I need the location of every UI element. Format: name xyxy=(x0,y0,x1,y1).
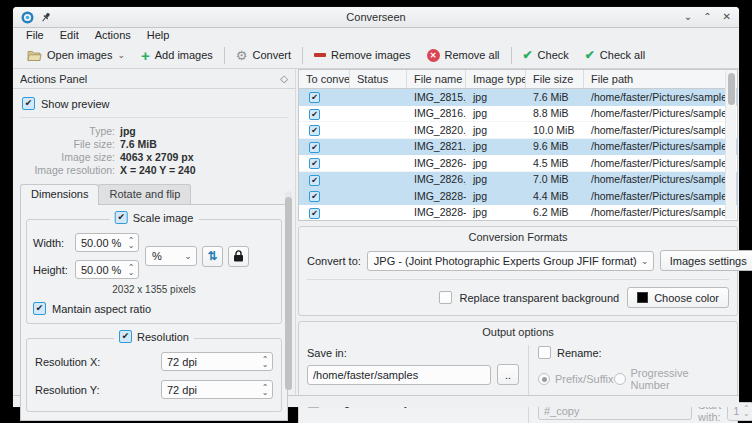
scale-image-label: Scale image xyxy=(133,212,194,224)
panel-scrollbar[interactable] xyxy=(285,191,292,389)
menu-file[interactable]: File xyxy=(18,28,52,42)
main-content: Actions Panel ◇ ✔ Show preview Type: jpg… xyxy=(13,69,739,395)
row-checkbox[interactable]: ✔ xyxy=(309,158,320,169)
resolution-checkbox[interactable]: ✔ xyxy=(119,330,132,343)
close-icon[interactable]: ✕ xyxy=(723,12,731,22)
scale-image-checkbox[interactable]: ✔ xyxy=(115,211,128,224)
col-file-name[interactable]: File name xyxy=(407,70,466,88)
table-scrollbar-thumb[interactable] xyxy=(728,73,735,105)
menu-actions[interactable]: Actions xyxy=(87,28,139,42)
replace-transparent-background-checkbox[interactable]: ✔ xyxy=(439,291,452,304)
lock-ratio-button[interactable] xyxy=(228,246,249,267)
show-preview-checkbox[interactable]: ✔ xyxy=(22,97,35,110)
show-preview-row: ✔ Show preview xyxy=(13,89,295,117)
maximize-icon[interactable]: ⌃ xyxy=(703,12,711,22)
col-to-convert[interactable]: To convert xyxy=(299,70,350,88)
row-checkbox[interactable]: ✔ xyxy=(309,125,320,136)
spin-arrows-icon[interactable]: ⌃⌄ xyxy=(124,238,138,248)
conversion-formats-title: Conversion Formats xyxy=(305,231,731,243)
add-images-button[interactable]: + Add images xyxy=(133,44,221,67)
row-checkbox[interactable]: ✔ xyxy=(309,109,320,120)
panel-scrollbar-thumb[interactable] xyxy=(285,197,292,390)
tab-rotate-and-flip[interactable]: Rotate and flip xyxy=(98,184,191,204)
actions-panel-title: Actions Panel xyxy=(20,73,87,85)
cell-file-path: /home/faster/Pictures/samples xyxy=(584,124,737,136)
tab-dimensions[interactable]: Dimensions xyxy=(20,184,99,204)
browse-button[interactable]: .. xyxy=(497,364,519,385)
table-row[interactable]: ✔ IMG_2816.jpg jpg 8.8 MiB /home/faster/… xyxy=(299,106,737,123)
convert-to-label: Convert to: xyxy=(307,255,361,267)
spin-arrows-icon[interactable]: ⌃⌄ xyxy=(258,357,272,367)
cell-file-path: /home/faster/Pictures/samples xyxy=(584,206,737,218)
cell-file-name: IMG_2826.jpg xyxy=(407,173,466,185)
table-row[interactable]: ✔ IMG_2821.jpg jpg 9.6 MiB /home/faster/… xyxy=(299,139,737,156)
pin-icon xyxy=(41,12,51,23)
col-file-path[interactable]: File path xyxy=(584,70,737,88)
remove-all-button[interactable]: ✕ Remove all xyxy=(419,44,508,67)
table-row[interactable]: ✔ IMG_2815.jpg jpg 7.6 MiB /home/faster/… xyxy=(299,89,737,106)
row-checkbox[interactable]: ✔ xyxy=(309,142,320,153)
choose-color-button[interactable]: Choose color xyxy=(627,287,729,308)
resolution-y-spinbox[interactable]: 72 dpi ⌃⌄ xyxy=(161,380,273,399)
col-image-type[interactable]: Image type xyxy=(466,70,526,88)
separator xyxy=(20,117,288,118)
col-status[interactable]: Status xyxy=(350,70,407,88)
height-value: 50.00 % xyxy=(76,264,124,276)
dock-float-icon[interactable]: ◇ xyxy=(280,73,288,84)
progressive-number-radio[interactable] xyxy=(614,373,626,385)
table-row[interactable]: ✔ IMG_2828-3.jpg jpg 6.2 MiB /home/faste… xyxy=(299,205,737,222)
prefix-suffix-radio[interactable] xyxy=(538,373,550,385)
table-scrollbar[interactable] xyxy=(725,71,736,219)
cell-file-name: IMG_2828-3.jpg xyxy=(407,206,466,218)
images-settings-button[interactable]: Images settings xyxy=(660,250,752,271)
cell-file-path: /home/faster/Pictures/samples xyxy=(584,157,737,169)
rename-checkbox[interactable]: ✔ xyxy=(538,346,551,359)
save-in-input[interactable] xyxy=(307,365,491,385)
height-label: Height: xyxy=(33,264,71,276)
type-value: jpg xyxy=(120,125,136,137)
spin-arrows-icon[interactable]: ⌃⌄ xyxy=(124,265,138,275)
cell-image-type: jpg xyxy=(466,157,526,169)
menubar: File Edit Actions Help xyxy=(13,28,739,42)
minus-icon xyxy=(314,53,326,57)
height-spinbox[interactable]: 50.00 % ⌃⌄ xyxy=(75,260,139,279)
swap-dimensions-button[interactable]: ⇅ xyxy=(202,246,223,267)
menu-edit[interactable]: Edit xyxy=(52,28,87,42)
chevron-down-icon: ⌄ xyxy=(180,251,196,261)
row-checkbox[interactable]: ✔ xyxy=(309,208,320,219)
converseen-window: Converseen ⌄ ⌃ ✕ File Edit Actions Help … xyxy=(13,7,739,407)
table-row[interactable]: ✔ IMG_2826.jpg jpg 7.0 MiB /home/faster/… xyxy=(299,172,737,189)
replace-transparent-background-label: Replace transparent background xyxy=(460,292,620,304)
cell-file-size: 6.2 MiB xyxy=(526,206,584,218)
spin-arrows-icon[interactable]: ⌃⌄ xyxy=(258,385,272,395)
resolution-x-spinbox[interactable]: 72 dpi ⌃⌄ xyxy=(161,352,273,371)
table-row[interactable]: ✔ IMG_2826-Mo... jpg 4.5 MiB /home/faste… xyxy=(299,155,737,172)
spin-arrows-icon[interactable]: ⌃⌄ xyxy=(739,406,752,416)
check-button[interactable]: ✔ Check xyxy=(515,44,577,67)
open-images-button[interactable]: Open images ⌄ xyxy=(19,44,133,67)
remove-images-button[interactable]: Remove images xyxy=(306,44,418,67)
cell-file-name: IMG_2815.jpg xyxy=(407,91,466,103)
toolbar: Open images ⌄ + Add images ⚙ Convert Rem… xyxy=(13,42,739,69)
menu-help[interactable]: Help xyxy=(139,28,178,42)
separator xyxy=(528,345,529,423)
check-all-button[interactable]: ✔ Check all xyxy=(577,44,653,67)
table-row[interactable]: ✔ IMG_2828-2.jpg jpg 4.4 MiB /home/faste… xyxy=(299,188,737,205)
row-checkbox[interactable]: ✔ xyxy=(309,191,320,202)
format-combobox[interactable]: JPG - (Joint Photographic Experts Group … xyxy=(367,251,654,271)
row-checkbox[interactable]: ✔ xyxy=(309,175,320,186)
check-all-label: Check all xyxy=(600,49,645,61)
format-value: JPG - (Joint Photographic Experts Group … xyxy=(368,255,637,267)
table-row[interactable]: ✔ IMG_2820.jpg jpg 10.0 MiB /home/faster… xyxy=(299,122,737,139)
resolution-x-label: Resolution X: xyxy=(35,356,100,368)
row-checkbox[interactable]: ✔ xyxy=(309,92,320,103)
maintain-aspect-ratio-checkbox[interactable]: ✔ xyxy=(33,302,46,315)
col-file-size[interactable]: File size xyxy=(526,70,584,88)
unit-combobox[interactable]: % ⌄ xyxy=(145,246,197,266)
maintain-aspect-ratio-label: Mantain aspect ratio xyxy=(52,303,151,315)
file-table: To convert Status File name Image type F… xyxy=(298,69,738,221)
width-spinbox[interactable]: 50.00 % ⌃⌄ xyxy=(75,233,139,252)
type-label: Type: xyxy=(13,125,115,137)
convert-button[interactable]: ⚙ Convert xyxy=(228,44,299,67)
minimize-icon[interactable]: ⌄ xyxy=(684,12,692,22)
